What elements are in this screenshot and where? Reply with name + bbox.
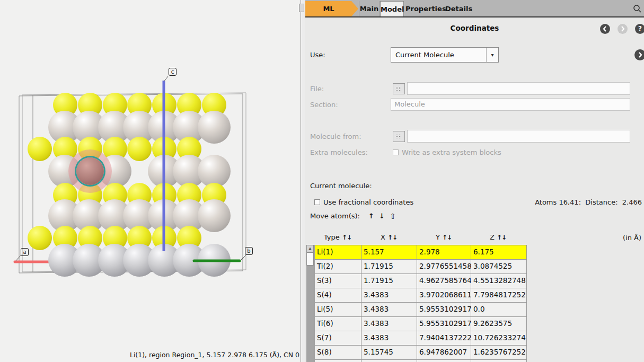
help-button[interactable]: ? <box>635 24 644 34</box>
file-browse-button[interactable] <box>393 83 405 94</box>
cell-z[interactable]: 3.0874525 <box>471 260 526 273</box>
atom-sulfur[interactable] <box>28 137 52 161</box>
cell-type[interactable]: Ti(6) <box>315 317 361 331</box>
fractional-coordinates-checkbox[interactable] <box>314 199 320 205</box>
atom-metal[interactable] <box>198 199 231 232</box>
cell-x[interactable]: 1.71915 <box>361 260 417 273</box>
cell-type[interactable]: Li(1) <box>315 245 361 259</box>
cell-z[interactable]: 4.5513282748 <box>471 274 526 288</box>
atom-metal-bottom[interactable] <box>198 244 231 277</box>
cell-x[interactable]: 5.15745 <box>361 346 417 359</box>
atom-sulfur[interactable] <box>28 226 52 250</box>
file-field[interactable] <box>407 82 630 95</box>
cell-z[interactable]: 9.2623575 <box>471 317 526 331</box>
cell-y[interactable]: 2.978 <box>417 245 471 259</box>
file-label: File: <box>310 85 324 93</box>
table-row[interactable]: Li(1)5.1572.9786.175 <box>315 245 526 260</box>
molecule-from-browse-button[interactable] <box>393 131 405 142</box>
cell-y[interactable]: 5.9553102917 <box>417 360 471 362</box>
cell-type[interactable]: Ti(2) <box>315 260 361 273</box>
use-select[interactable]: Current Molecule ▾ <box>391 47 499 63</box>
cell-z[interactable]: 0.0 <box>471 303 526 316</box>
cell-y[interactable]: 4.9627585764 <box>417 274 471 288</box>
cell-type[interactable]: Li(5) <box>315 303 361 316</box>
next-panel-button[interactable] <box>634 49 644 60</box>
table-row[interactable]: Ti(2)1.719152.97765514583.0874525 <box>315 260 526 274</box>
atom-selected[interactable] <box>76 157 104 185</box>
back-button[interactable] <box>600 24 610 34</box>
molecule-viewer[interactable]: c a b Li(1), region Region_1, 5.157 2.97… <box>0 0 301 362</box>
axis-label-c: c <box>169 68 177 76</box>
tab-details[interactable]: Details <box>445 1 472 16</box>
cell-y[interactable]: 5.9553102917 <box>417 317 471 331</box>
sort-icons: ↑↓ <box>497 234 506 241</box>
sort-icons: ↑↓ <box>342 234 351 241</box>
move-atoms-label: Move atom(s): <box>310 212 360 220</box>
table-scrollbar[interactable]: ▲ <box>306 245 314 362</box>
cell-type[interactable]: Li(9) <box>315 360 361 362</box>
cell-z[interactable]: 1.6235767252 <box>471 346 526 359</box>
forward-button[interactable] <box>617 24 628 34</box>
cell-y[interactable]: 7.9404137222 <box>417 331 471 345</box>
molecule-from-field[interactable] <box>407 130 630 143</box>
cell-z[interactable]: 7.7984817252 <box>471 288 526 302</box>
tab-bar: ML Potential Main Model Properties Detai… <box>305 0 644 17</box>
table-row[interactable]: Li(9)3.43835.95531029176.174905 <box>315 360 526 362</box>
table-header: Type ↑↓ X ↑↓ Y ↑↓ Z ↑↓ <box>314 233 525 244</box>
extra-molecules-label: Extra molecules: <box>310 148 368 156</box>
tab-model[interactable]: Model <box>380 1 404 16</box>
search-icon[interactable] <box>633 4 642 13</box>
axis-label-a: a <box>21 248 29 256</box>
scroll-up-icon[interactable]: ▲ <box>306 245 314 252</box>
move-down-icon[interactable]: ↓ <box>379 212 386 220</box>
unit-label: (in Å) <box>623 234 641 242</box>
tab-properties[interactable]: Properties <box>405 1 444 16</box>
tab-main[interactable]: Main <box>359 1 380 16</box>
atoms-distance-info: Atoms 16,41: Distance: 2.466 <box>535 198 642 206</box>
cell-x[interactable]: 3.4383 <box>361 303 417 316</box>
column-header-type[interactable]: Type ↑↓ <box>314 233 361 244</box>
cell-y[interactable]: 6.947862007 <box>417 346 471 359</box>
cell-z[interactable]: 10.726233274 <box>471 331 526 345</box>
atom-sulfur[interactable] <box>127 137 152 161</box>
move-up-outline-icon[interactable]: ⇧ <box>390 212 396 220</box>
page-title: Coordinates <box>305 24 644 32</box>
table-row[interactable]: S(7)3.43837.940413722210.726233274 <box>315 331 526 346</box>
cell-x[interactable]: 3.4383 <box>361 360 417 362</box>
molecule-from-label: Molecule from: <box>310 133 361 140</box>
scrollbar-thumb[interactable] <box>306 252 314 266</box>
cell-type[interactable]: S(7) <box>315 331 361 345</box>
cell-type[interactable]: S(4) <box>315 288 361 302</box>
help-icon: ? <box>635 24 644 34</box>
cell-x[interactable]: 5.157 <box>361 245 417 259</box>
table-row[interactable]: S(3)1.719154.96275857644.5513282748 <box>315 274 526 288</box>
status-text: Li(1), region Region_1, 5.157 2.978 6.17… <box>3 351 299 359</box>
extra-system-blocks-checkbox[interactable] <box>393 149 399 155</box>
cell-x[interactable]: 1.71915 <box>361 274 417 288</box>
column-header-y[interactable]: Y ↑↓ <box>417 233 471 244</box>
cell-x[interactable]: 3.4383 <box>361 317 417 331</box>
tab-ml-potential[interactable]: ML Potential <box>305 1 358 16</box>
table-row[interactable]: Ti(6)3.43835.95531029179.2623575 <box>315 317 526 331</box>
cell-y[interactable]: 3.9702068611 <box>417 288 471 302</box>
cell-x[interactable]: 3.4383 <box>361 288 417 302</box>
cell-z[interactable]: 6.174905 <box>471 360 526 362</box>
section-field[interactable]: Molecule <box>391 98 630 111</box>
move-up-icon[interactable]: ↑ <box>368 212 375 220</box>
table-row[interactable]: S(4)3.43833.97020686117.7984817252 <box>315 288 526 303</box>
extra-system-blocks-label: Write as extra system blocks <box>402 148 501 156</box>
atom-metal[interactable] <box>198 111 231 144</box>
cell-z[interactable]: 6.175 <box>471 245 526 259</box>
cell-y[interactable]: 2.9776551458 <box>417 260 471 273</box>
column-header-x[interactable]: X ↑↓ <box>361 233 417 244</box>
cell-x[interactable]: 3.4383 <box>361 331 417 345</box>
cell-type[interactable]: S(8) <box>315 346 361 359</box>
table-row[interactable]: Li(5)3.43835.95531029170.0 <box>315 303 526 317</box>
table-row[interactable]: S(8)5.157456.9478620071.6235767252 <box>315 346 526 360</box>
fractional-coordinates-label: Use fractional coordinates <box>323 198 413 206</box>
cell-y[interactable]: 5.9553102917 <box>417 303 471 316</box>
column-header-z[interactable]: Z ↑↓ <box>471 233 525 244</box>
cell-type[interactable]: S(3) <box>315 274 361 288</box>
use-label: Use: <box>310 51 325 59</box>
sort-icons: ↑↓ <box>442 234 452 241</box>
